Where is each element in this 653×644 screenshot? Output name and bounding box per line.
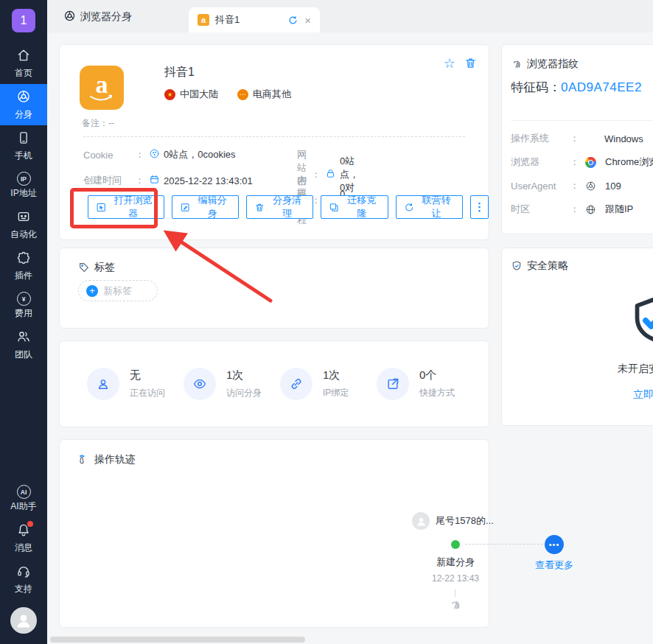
migrate-clone-button[interactable]: 迁移克隆 <box>321 195 388 219</box>
calendar-icon <box>149 174 164 187</box>
page-title: 浏览器分身 <box>80 10 132 24</box>
tags-card-title: 标签 <box>78 261 115 274</box>
copy-icon <box>329 202 339 213</box>
sidebar-item-ip[interactable]: IP IP地址 <box>0 167 47 204</box>
sidebar-item-support[interactable]: 支持 <box>0 559 47 600</box>
footprint-icon <box>78 454 90 466</box>
sidebar-item-team[interactable]: 团队 <box>0 324 47 365</box>
profile-actions: ☆ <box>444 57 477 72</box>
workspace-badge[interactable]: 1 <box>12 9 35 32</box>
timeline-connector <box>465 544 543 545</box>
info-row-1: Cookie ： 0站点，0cookies 网站密码 ： 0站点，0对 <box>83 148 236 161</box>
sidebar-item-ai-assistant[interactable]: AI AI助手 <box>0 480 47 517</box>
stats-card: 无正在访问 1次访问分身 1次IP绑定 0个快捷方式 <box>59 340 489 427</box>
sidebar-item-label: 首页 <box>15 68 32 78</box>
user-avatar[interactable] <box>10 607 37 634</box>
notification-dot <box>27 521 33 527</box>
profile-button-row: 打开浏览器 编辑分身 分身清理 迁移克隆 联营转让 ⋮ <box>88 195 489 219</box>
more-actions-button[interactable]: ⋮ <box>470 195 489 219</box>
stat-visiting: 无正在访问 <box>87 368 184 400</box>
add-tag-button[interactable]: + 新标签 <box>78 280 158 301</box>
chrome-icon <box>583 155 598 170</box>
sync-icon <box>404 202 414 213</box>
view-more-link[interactable]: 查看更多 <box>517 559 591 572</box>
profile-tags: ★ 中国大陆 ⋯ 电商其他 <box>164 88 291 101</box>
close-icon[interactable]: × <box>304 15 311 26</box>
sidebar-item-label: 支持 <box>15 584 32 594</box>
sidebar-item-label: 插件 <box>15 270 32 281</box>
transfer-button[interactable]: 联营转让 <box>396 195 463 219</box>
activity-card-title: 操作轨迹 <box>78 453 136 466</box>
security-card: 安全策略 未开启安全策略 立即开启 <box>501 248 653 426</box>
edit-profile-button[interactable]: 编辑分身 <box>172 195 239 219</box>
tab-douyin1[interactable]: a 抖音1 × <box>189 7 320 32</box>
avatar-icon <box>412 512 430 530</box>
stat-ip-binding: 1次IP绑定 <box>280 368 377 400</box>
tag-icon <box>78 262 90 273</box>
sidebar-item-automation[interactable]: 自动化 <box>0 204 47 245</box>
fingerprint-card-title: 浏览器指纹 <box>511 57 579 71</box>
clean-profile-button[interactable]: 分身清理 <box>246 195 313 219</box>
fp-row-useragent: UserAgent ： 109 <box>511 179 621 192</box>
cookie-icon <box>149 148 164 161</box>
timeline-user: 尾号1578的... <box>412 512 494 530</box>
plugin-icon <box>16 251 31 268</box>
trash-icon[interactable] <box>464 57 477 72</box>
timeline-event-time: 12-22 13:43 <box>419 573 492 584</box>
sidebar-item-label: IP地址 <box>10 188 36 198</box>
sidebar: 1 首页 分身 手机 IP IP地址 自动化 插件 ¥ 费用 <box>0 0 47 644</box>
created-value: 2025-12-22 13:43:01 <box>164 175 253 186</box>
browser-icon <box>585 181 596 192</box>
home-icon <box>16 48 31 66</box>
trash-icon <box>254 202 265 213</box>
browser-icon <box>63 10 76 24</box>
automation-icon <box>16 209 31 227</box>
horizontal-scrollbar[interactable] <box>50 637 305 643</box>
person-icon <box>87 368 119 400</box>
cursor-icon <box>96 202 106 213</box>
more-events-icon[interactable]: ••• <box>545 535 564 554</box>
app-window: 1 首页 分身 手机 IP IP地址 自动化 插件 ¥ 费用 <box>0 0 653 644</box>
link-icon <box>280 368 312 400</box>
tags-card: 标签 + 新标签 <box>59 248 489 329</box>
tag-category: ⋯ 电商其他 <box>237 88 291 101</box>
china-flag-icon: ★ <box>164 89 175 100</box>
edit-icon <box>180 202 190 213</box>
profile-note: 备注：-- <box>82 117 114 130</box>
favorite-star-icon[interactable]: ☆ <box>444 57 455 72</box>
ai-icon: AI <box>17 485 31 499</box>
open-browser-button[interactable]: 打开浏览器 <box>88 195 164 219</box>
plus-icon: + <box>86 285 98 297</box>
feature-code-value: 0AD9A74EE2 <box>561 80 642 94</box>
headset-icon <box>16 564 31 581</box>
profile-name: 抖音1 <box>164 65 195 80</box>
enable-security-link[interactable]: 立即开启 <box>580 388 653 402</box>
divider <box>83 136 465 137</box>
share-icon <box>377 368 409 400</box>
refresh-icon[interactable] <box>287 15 298 26</box>
amazon-icon: a <box>198 14 209 26</box>
cookie-value: 0站点，0cookies <box>164 148 236 161</box>
main-content: a 备注：-- 抖音1 ★ 中国大陆 ⋯ 电商其他 ☆ <box>47 32 653 644</box>
sidebar-item-home[interactable]: 首页 <box>0 43 47 84</box>
globe-icon <box>585 204 596 215</box>
timeline-event-action: 新建分身 <box>419 556 492 569</box>
eye-icon <box>184 368 216 400</box>
team-icon <box>16 329 31 347</box>
profile-card: a 备注：-- 抖音1 ★ 中国大陆 ⋯ 电商其他 ☆ <box>59 44 489 240</box>
phone-icon <box>16 130 31 148</box>
stat-visits: 1次访问分身 <box>184 368 280 400</box>
windows-icon <box>585 133 596 144</box>
timeline-tick <box>455 589 455 597</box>
divider <box>511 120 653 121</box>
page-breadcrumb: 浏览器分身 <box>63 10 132 24</box>
sidebar-item-phone[interactable]: 手机 <box>0 125 47 167</box>
browser-icon <box>16 89 31 107</box>
activity-card: 操作轨迹 尾号1578的... ••• 新建分身 12-22 13:43 查看更… <box>59 439 489 628</box>
sidebar-item-plugins[interactable]: 插件 <box>0 245 47 287</box>
fingerprint-icon <box>449 598 462 615</box>
sidebar-item-profiles[interactable]: 分身 <box>0 84 47 125</box>
sidebar-item-messages[interactable]: 消息 <box>0 517 47 559</box>
tag-region: ★ 中国大陆 <box>164 88 218 101</box>
sidebar-item-billing[interactable]: ¥ 费用 <box>0 287 47 324</box>
